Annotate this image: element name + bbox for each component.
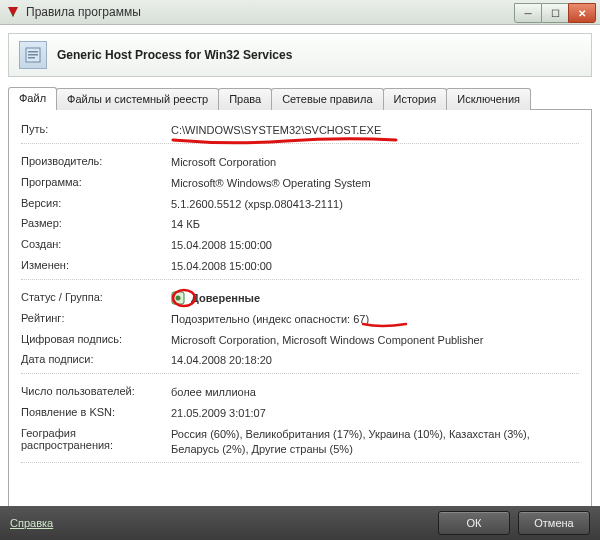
header-panel: Generic Host Process for Win32 Services <box>8 33 592 77</box>
label-created: Создан: <box>21 238 171 250</box>
svg-rect-5 <box>28 57 35 59</box>
row-modified: Изменен: 15.04.2008 15:00:00 <box>21 256 579 280</box>
kaspersky-icon <box>6 5 20 19</box>
row-status: Статус / Группа: Доверенные <box>21 288 579 309</box>
value-created: 15.04.2008 15:00:00 <box>171 238 579 253</box>
tab-history[interactable]: История <box>383 88 448 110</box>
value-geo: Россия (60%), Великобритания (17%), Укра… <box>171 427 579 457</box>
label-path: Путь: <box>21 123 171 135</box>
value-users: более миллиона <box>171 385 579 400</box>
tab-registry[interactable]: Файлы и системный реестр <box>56 88 219 110</box>
label-geo: География распространения: <box>21 427 171 451</box>
titlebar: Правила программы ─ ☐ ✕ <box>0 0 600 25</box>
value-version: 5.1.2600.5512 (xpsp.080413-2111) <box>171 197 579 212</box>
tab-exclusions[interactable]: Исключения <box>446 88 531 110</box>
rules-window: Правила программы ─ ☐ ✕ Generic Host Pro… <box>0 0 600 540</box>
value-signature: Microsoft Corporation, Microsoft Windows… <box>171 333 579 348</box>
tab-file[interactable]: Файл <box>8 87 57 110</box>
tab-rights[interactable]: Права <box>218 88 272 110</box>
value-status: Доверенные <box>171 291 579 306</box>
row-version: Версия: 5.1.2600.5512 (xpsp.080413-2111) <box>21 194 579 215</box>
row-rating: Рейтинг: Подозрительно (индекс опасности… <box>21 309 579 330</box>
value-modified: 15.04.2008 15:00:00 <box>171 259 579 274</box>
program-icon <box>19 41 47 69</box>
label-vendor: Производитель: <box>21 155 171 167</box>
row-vendor: Производитель: Microsoft Corporation <box>21 152 579 173</box>
label-ksn: Появление в KSN: <box>21 406 171 418</box>
value-vendor: Microsoft Corporation <box>171 155 579 170</box>
tab-content: Путь: C:\WINDOWS\SYSTEM32\SVCHOST.EXE Пр… <box>8 109 592 509</box>
row-created: Создан: 15.04.2008 15:00:00 <box>21 235 579 256</box>
close-button[interactable]: ✕ <box>568 3 596 23</box>
row-ksn: Появление в KSN: 21.05.2009 3:01:07 <box>21 403 579 424</box>
value-size: 14 КБ <box>171 217 579 232</box>
trusted-label: Доверенные <box>191 291 260 306</box>
footer-bar: Справка ОК Отмена <box>0 506 600 540</box>
svg-rect-4 <box>28 54 38 56</box>
svg-rect-3 <box>28 51 38 53</box>
label-users: Число пользователей: <box>21 385 171 397</box>
window-controls: ─ ☐ ✕ <box>514 3 596 21</box>
maximize-button[interactable]: ☐ <box>542 3 568 23</box>
row-path: Путь: C:\WINDOWS\SYSTEM32\SVCHOST.EXE <box>21 120 579 144</box>
value-signdate: 14.04.2008 20:18:20 <box>171 353 579 368</box>
value-path: C:\WINDOWS\SYSTEM32\SVCHOST.EXE <box>171 123 579 138</box>
svg-point-7 <box>176 296 181 301</box>
row-signdate: Дата подписи: 14.04.2008 20:18:20 <box>21 350 579 374</box>
label-signdate: Дата подписи: <box>21 353 171 365</box>
label-signature: Цифровая подпись: <box>21 333 171 345</box>
minimize-button[interactable]: ─ <box>514 3 542 23</box>
help-link[interactable]: Справка <box>10 517 53 529</box>
header-title: Generic Host Process for Win32 Services <box>57 48 292 62</box>
label-status: Статус / Группа: <box>21 291 171 303</box>
label-rating: Рейтинг: <box>21 312 171 324</box>
row-users: Число пользователей: более миллиона <box>21 382 579 403</box>
row-signature: Цифровая подпись: Microsoft Corporation,… <box>21 330 579 351</box>
label-program: Программа: <box>21 176 171 188</box>
value-rating: Подозрительно (индекс опасности: 67) <box>171 312 579 327</box>
value-ksn: 21.05.2009 3:01:07 <box>171 406 579 421</box>
ok-button[interactable]: ОК <box>438 511 510 535</box>
row-program: Программа: Microsoft® Windows® Operating… <box>21 173 579 194</box>
row-geo: География распространения: Россия (60%),… <box>21 424 579 463</box>
trusted-icon <box>171 291 185 305</box>
tab-network[interactable]: Сетевые правила <box>271 88 383 110</box>
cancel-button[interactable]: Отмена <box>518 511 590 535</box>
label-modified: Изменен: <box>21 259 171 271</box>
label-version: Версия: <box>21 197 171 209</box>
row-size: Размер: 14 КБ <box>21 214 579 235</box>
tab-strip: Файл Файлы и системный реестр Права Сете… <box>8 87 592 109</box>
footer-buttons: ОК Отмена <box>438 511 590 535</box>
window-title: Правила программы <box>26 5 141 19</box>
value-program: Microsoft® Windows® Operating System <box>171 176 579 191</box>
label-size: Размер: <box>21 217 171 229</box>
